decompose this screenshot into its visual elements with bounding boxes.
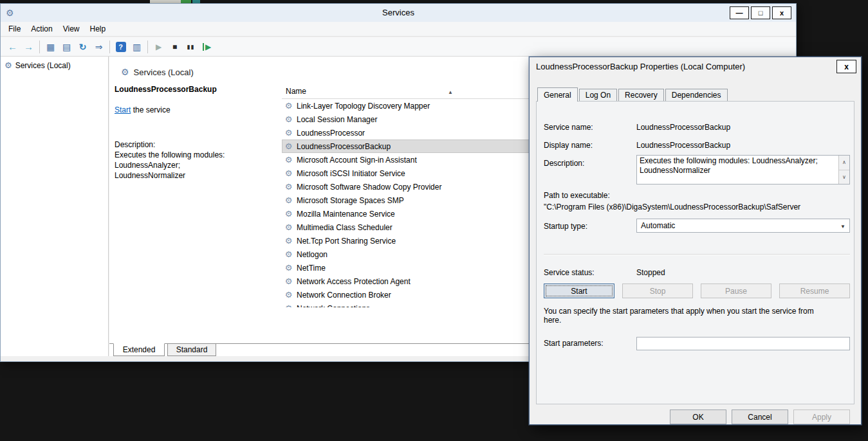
description-label: Description: xyxy=(544,159,584,168)
start-button[interactable]: Start xyxy=(544,284,614,298)
pause-service-button[interactable]: ▮▮ xyxy=(183,39,199,55)
console-tree-icon: ▦ xyxy=(46,42,55,52)
service-row-label: LoudnessProcessorBackup xyxy=(297,142,391,151)
column-header-label: Name xyxy=(286,87,306,96)
tree-item-services-local[interactable]: ⚙ Services (Local) xyxy=(1,57,108,70)
scroll-up-button[interactable]: ∧ xyxy=(839,156,849,170)
service-row-label: NetTime xyxy=(297,264,326,273)
start-parameters-input[interactable] xyxy=(636,337,850,350)
tab-dependencies[interactable]: Dependencies xyxy=(665,89,728,101)
tab-recovery[interactable]: Recovery xyxy=(618,89,664,101)
path-to-executable-label: Path to executable: xyxy=(544,191,610,200)
service-row-label: Network Connections xyxy=(297,304,370,308)
back-button[interactable]: ← xyxy=(5,39,21,55)
restart-service-icon: ▶ xyxy=(203,43,211,51)
stop-service-button[interactable]: ■ xyxy=(167,39,183,55)
back-icon: ← xyxy=(8,41,17,52)
start-parameters-label: Start parameters: xyxy=(544,339,604,348)
tree-item-label: Services (Local) xyxy=(15,61,71,70)
service-name-label: Service name: xyxy=(544,123,593,132)
start-service-link[interactable]: Start xyxy=(115,105,131,114)
service-icon: ⚙ xyxy=(284,249,293,259)
service-icon: ⚙ xyxy=(284,114,293,124)
extended-view-button[interactable]: ▥ xyxy=(129,39,145,55)
toolbar-separator xyxy=(147,40,148,53)
desktop: ⚙ Services — □ x File Action View Help ←… xyxy=(0,0,868,441)
maximize-button[interactable]: □ xyxy=(751,6,770,19)
cancel-button[interactable]: Cancel xyxy=(732,410,788,424)
service-icon: ⚙ xyxy=(284,236,293,246)
service-icon: ⚙ xyxy=(284,141,293,151)
startup-type-value: Automatic xyxy=(637,219,849,232)
description-field[interactable]: Executes the following modules: Loudness… xyxy=(636,155,850,184)
refresh-button[interactable]: ↻ xyxy=(75,39,91,55)
show-console-tree-button[interactable]: ▦ xyxy=(42,39,59,55)
service-icon: ⚙ xyxy=(284,182,293,192)
view-header-title: Services (Local) xyxy=(134,68,194,77)
scroll-down-button[interactable]: ∨ xyxy=(839,170,849,184)
service-icon: ⚙ xyxy=(284,290,293,300)
menu-view[interactable]: View xyxy=(58,22,85,36)
service-row-label: Mozilla Maintenance Service xyxy=(297,210,395,219)
group-separator xyxy=(544,254,850,255)
tab-standard[interactable]: Standard xyxy=(167,344,216,356)
service-row-label: LoudnessProcessor xyxy=(297,129,365,138)
properties-button[interactable]: ▤ xyxy=(59,39,75,55)
service-icon: ⚙ xyxy=(284,101,293,111)
close-button[interactable]: x xyxy=(772,6,791,19)
help-button[interactable]: ? xyxy=(113,39,129,55)
minimize-button[interactable]: — xyxy=(730,6,749,19)
export-list-button[interactable]: ⇒ xyxy=(91,39,107,55)
properties-dialog: LoudnessProcessorBackup Properties (Loca… xyxy=(529,57,862,425)
service-icon: ⚙ xyxy=(284,276,293,286)
menu-bar: File Action View Help xyxy=(1,22,796,37)
path-to-executable-value: "C:\Program Files (x86)\DigaSystem\Loudn… xyxy=(544,203,859,212)
toolbar: ← → ▦ ▤ ↻ ⇒ ? ▥ ▶ ■ ▮▮ ▶ xyxy=(1,37,796,57)
service-icon: ⚙ xyxy=(284,263,293,273)
service-icon: ⚙ xyxy=(284,209,293,219)
service-row-label: Netlogon xyxy=(297,250,328,259)
start-service-button[interactable]: ▶ xyxy=(151,39,167,55)
service-row-label: Local Session Manager xyxy=(297,115,377,124)
services-header-icon: ⚙ xyxy=(121,67,129,77)
tab-extended[interactable]: Extended xyxy=(113,343,165,356)
startup-type-label: Startup type: xyxy=(544,222,587,231)
menu-file[interactable]: File xyxy=(3,22,26,36)
startup-type-dropdown[interactable]: Automatic ▼ xyxy=(636,219,850,233)
display-name-label: Display name: xyxy=(544,141,593,150)
dialog-title: LoudnessProcessorBackup Properties (Loca… xyxy=(536,62,745,71)
description-line: LoudnessNormalizer xyxy=(115,171,185,180)
chevron-down-icon: ▼ xyxy=(840,224,845,230)
service-icon: ⚙ xyxy=(284,303,293,307)
menu-action[interactable]: Action xyxy=(26,22,57,36)
service-icon: ⚙ xyxy=(284,222,293,232)
forward-button[interactable]: → xyxy=(21,39,37,55)
description-line: LoudnessAnalyzer; xyxy=(115,161,180,170)
start-service-line: Start the service xyxy=(115,105,171,114)
service-row-label: Network Connection Broker xyxy=(297,291,391,300)
export-list-icon: ⇒ xyxy=(95,42,103,52)
help-icon: ? xyxy=(116,42,126,52)
restart-service-button[interactable]: ▶ xyxy=(199,39,215,55)
service-icon: ⚙ xyxy=(284,128,293,138)
properties-icon: ▤ xyxy=(62,42,71,52)
title-bar[interactable]: ⚙ Services — □ x xyxy=(1,4,796,22)
dialog-tabs: General Log On Recovery Dependencies xyxy=(537,87,729,101)
menu-help[interactable]: Help xyxy=(85,22,111,36)
service-row-label: Network Access Protection Agent xyxy=(297,277,411,286)
ok-button[interactable]: OK xyxy=(670,410,726,424)
service-row-label: Microsoft Account Sign-in Assistant xyxy=(297,156,417,165)
tab-log-on[interactable]: Log On xyxy=(579,89,617,101)
service-row-label: Microsoft Software Shadow Copy Provider xyxy=(297,183,441,192)
service-icon: ⚙ xyxy=(284,168,293,178)
start-parameters-hint: You can specify the start parameters tha… xyxy=(544,307,822,325)
service-icon: ⚙ xyxy=(284,195,293,205)
start-service-icon: ▶ xyxy=(156,42,162,51)
service-row-label: Microsoft Storage Spaces SMP xyxy=(297,196,404,205)
service-status-value: Stopped xyxy=(636,268,665,277)
toolbar-separator xyxy=(39,40,40,53)
stop-service-icon: ■ xyxy=(172,42,177,51)
dialog-close-button[interactable]: x xyxy=(836,60,856,73)
tab-general[interactable]: General xyxy=(537,87,578,102)
apply-button: Apply xyxy=(793,410,850,424)
